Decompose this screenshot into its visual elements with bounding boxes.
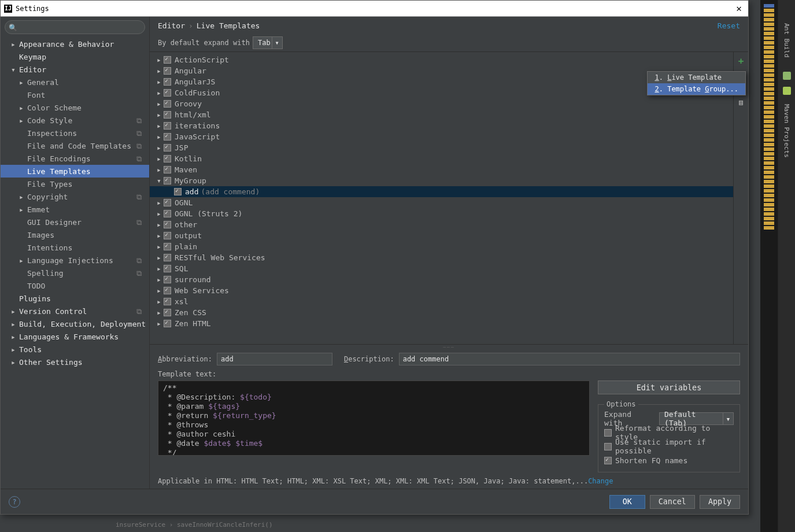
expand-icon[interactable] [157,308,162,317]
expand-icon[interactable] [11,358,17,367]
settings-tree[interactable]: Appearance & BehaviorKeymapEditorGeneral… [1,38,149,489]
change-context-link[interactable]: Change [588,477,613,485]
sidebar-item-general[interactable]: General [1,76,149,88]
ok-button[interactable]: OK [609,495,645,509]
expand-icon[interactable] [157,56,162,64]
expand-icon[interactable] [19,116,25,125]
template-checkbox[interactable] [164,67,171,75]
expand-icon[interactable] [157,88,162,97]
template-row-sql[interactable]: SQL [150,263,733,274]
template-checkbox[interactable] [164,298,171,305]
expand-with-dropdown[interactable]: Tab ▾ [253,36,283,49]
template-row-kotlin[interactable]: Kotlin [150,153,733,164]
expand-icon[interactable] [157,121,162,130]
template-row-actionscript[interactable]: ActionScript [150,54,733,65]
sidebar-item-todo[interactable]: TODO [1,279,149,292]
template-row-iterations[interactable]: iterations [150,120,733,131]
settings-search-input[interactable] [5,20,145,34]
template-row-xsl[interactable]: xsl [150,296,733,307]
sidebar-item-code-style[interactable]: Code Style⧉ [1,114,149,127]
template-checkbox[interactable] [164,287,171,294]
expand-icon[interactable] [19,193,25,201]
sidebar-item-gui-designer[interactable]: GUI Designer⧉ [1,216,149,228]
add-template-icon[interactable]: + [736,56,746,66]
expand-icon[interactable] [157,99,162,108]
crumb-editor[interactable]: Editor [158,21,185,30]
template-row-surround[interactable]: surround [150,274,733,285]
template-checkbox[interactable] [164,265,171,272]
sidebar-item-languages-frameworks[interactable]: Languages & Frameworks [1,330,149,343]
expand-icon[interactable] [11,40,17,49]
template-row-mygroup[interactable]: MyGroup [150,175,733,186]
sidebar-item-plugins[interactable]: Plugins [1,292,149,305]
expand-icon[interactable] [157,253,162,262]
template-row-coldfusion[interactable]: ColdFusion [150,87,733,98]
expand-icon[interactable] [157,231,162,240]
sidebar-item-spelling[interactable]: Spelling⧉ [1,267,149,279]
expand-icon[interactable] [157,154,162,163]
template-checkbox[interactable] [164,232,171,239]
template-checkbox[interactable] [164,100,171,108]
template-row-angularjs[interactable]: AngularJS [150,76,733,87]
sidebar-item-inspections[interactable]: Inspections⧉ [1,127,149,139]
template-checkbox[interactable] [164,111,171,119]
cancel-button[interactable]: Cancel [650,495,695,509]
sidebar-item-tools[interactable]: Tools [1,343,149,356]
template-checkbox[interactable] [164,177,171,184]
expand-icon[interactable] [157,209,162,218]
expand-icon[interactable] [157,143,162,152]
expand-icon[interactable] [19,104,25,112]
sidebar-item-copyright[interactable]: Copyright⧉ [1,190,149,203]
expand-icon[interactable] [157,110,162,119]
description-input[interactable] [399,353,740,365]
tool-ant-build[interactable]: Ant Build [781,17,793,64]
apply-button[interactable]: Apply [700,495,740,509]
template-checkbox[interactable] [164,320,171,327]
sidebar-item-other-settings[interactable]: Other Settings [1,356,149,368]
options-expand-dropdown[interactable]: Default (Tab) ▾ [659,412,734,425]
tool-jsf-icon[interactable] [783,87,791,95]
expand-icon[interactable] [11,332,17,341]
expand-icon[interactable] [19,205,25,214]
template-checkbox[interactable] [164,276,171,283]
help-icon[interactable]: ? [9,496,20,508]
template-row-zen-css[interactable]: Zen CSS [150,307,733,318]
expand-icon[interactable] [157,264,162,273]
template-checkbox[interactable] [174,188,182,195]
sidebar-item-intentions[interactable]: Intentions [1,241,149,254]
template-row-groovy[interactable]: Groovy [150,98,733,109]
template-checkbox[interactable] [164,89,171,97]
sidebar-item-color-scheme[interactable]: Color Scheme [1,101,149,114]
reformat-checkbox[interactable] [604,429,612,437]
sidebar-item-appearance-behavior[interactable]: Appearance & Behavior [1,38,149,50]
template-checkbox[interactable] [164,199,171,206]
template-row-restful-web-services[interactable]: RESTful Web Services [150,252,733,263]
sidebar-item-live-templates[interactable]: Live Templates [1,165,149,178]
sidebar-item-emmet[interactable]: Emmet [1,203,149,216]
expand-icon[interactable] [157,77,162,86]
shorten-fq-checkbox[interactable] [604,457,612,464]
tool-maven-projects[interactable]: Maven Projects [781,98,793,164]
template-checkbox[interactable] [164,78,171,86]
expand-icon[interactable] [19,256,25,265]
sidebar-item-font[interactable]: Font [1,88,149,101]
template-checkbox[interactable] [164,243,171,250]
expand-icon[interactable] [157,242,162,251]
template-checkbox[interactable] [164,56,171,64]
template-text-editor[interactable]: /** * @Description: ${todo} * @param ${t… [158,380,590,456]
abbreviation-input[interactable] [217,353,332,365]
expand-icon[interactable] [157,286,162,295]
popup-template-group[interactable]: 2. Template Group... [648,83,745,95]
template-row-maven[interactable]: Maven [150,164,733,175]
horizontal-splitter[interactable]: ┄┄┄ [150,345,748,349]
template-row-other[interactable]: other [150,219,733,230]
expand-icon[interactable] [11,345,17,354]
template-row-ognl-struts-2-[interactable]: OGNL (Struts 2) [150,208,733,219]
duplicate-template-icon[interactable]: ▤ [736,97,746,108]
edit-variables-button[interactable]: EEdit variablesdit variables [598,380,740,394]
sidebar-item-editor[interactable]: Editor [1,63,149,76]
expand-icon[interactable] [157,297,162,306]
template-checkbox[interactable] [164,210,171,217]
tool-database-icon[interactable] [783,72,791,80]
sidebar-item-version-control[interactable]: Version Control⧉ [1,305,149,317]
